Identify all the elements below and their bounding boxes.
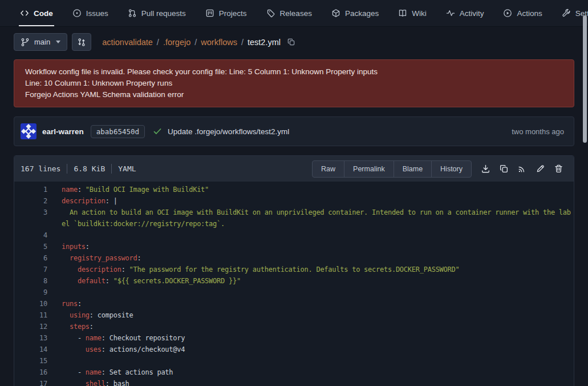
breadcrumb-item-actionvalidate[interactable]: actionvalidate [102, 38, 153, 47]
tab-releases[interactable]: Releases [265, 0, 313, 26]
releases-icon [266, 9, 275, 18]
line-number[interactable]: 15 [14, 355, 47, 367]
commit-message[interactable]: Update .forgejo/workflows/test2.yml [168, 127, 289, 136]
actions-icon [503, 9, 512, 18]
error-banner: Workflow config file is invalid. Please … [14, 59, 574, 107]
line-number[interactable]: 13 [14, 332, 47, 344]
code-text: registry_password: [47, 252, 141, 264]
code-text: description: "The password for the regis… [47, 264, 460, 275]
tab-label: Pull requests [141, 9, 186, 18]
code-line-8: 8 default: "${{ secrets.DOCKER_PASSWORD … [14, 275, 574, 287]
wiki-icon [398, 9, 407, 18]
line-number[interactable]: 9 [14, 287, 47, 298]
line-number[interactable]: 17 [14, 378, 47, 386]
line-number[interactable]: 11 [14, 309, 47, 321]
activity-icon [446, 9, 455, 18]
code-line-16: 16 - name: Set actions path [14, 367, 574, 378]
commit-box: earl-warren abab65450d Update .forgejo/w… [14, 116, 574, 146]
line-number[interactable]: 1 [14, 184, 47, 195]
file-meta: 167 lines 6.8 KiB YAML [21, 164, 136, 174]
tab-activity[interactable]: Activity [445, 0, 485, 26]
download-button[interactable] [476, 160, 494, 178]
commit-author[interactable]: earl-warren [42, 127, 84, 136]
code-line-5: 5inputs: [14, 241, 574, 252]
tab-wiki[interactable]: Wiki [397, 0, 428, 26]
line-number[interactable]: 4 [14, 230, 47, 241]
rss-icon [517, 164, 527, 174]
line-number[interactable] [14, 218, 47, 230]
tab-actions[interactable]: Actions [502, 0, 543, 26]
line-number[interactable]: 6 [14, 252, 47, 264]
projects-icon [205, 9, 214, 18]
line-number[interactable]: 16 [14, 367, 47, 378]
breadcrumb-item--forgejo[interactable]: .forgejo [163, 38, 190, 47]
chevron-down-icon [56, 41, 60, 43]
code-line-11: 11 using: composite [14, 309, 574, 321]
copy-path-button[interactable] [287, 38, 295, 46]
compare-button[interactable] [72, 33, 91, 51]
breadcrumb-item-test2-yml: test2.yml [248, 38, 281, 47]
tab-projects[interactable]: Projects [204, 0, 248, 26]
code-line-3: 3 An action to build an OCI image with B… [14, 207, 574, 218]
line-number[interactable]: 14 [14, 344, 47, 355]
history-button[interactable]: History [431, 160, 472, 178]
code-line-4: 4 [14, 230, 574, 241]
file-view-buttons: RawPermalinkBlameHistory [312, 160, 472, 178]
code-line-9: 9 [14, 287, 574, 298]
code-line-1: 1name: "Build OCI Image with BuildKit" [14, 184, 574, 195]
line-number[interactable]: 12 [14, 321, 47, 332]
tab-label: Actions [517, 9, 542, 18]
breadcrumb-item-workflows[interactable]: workflows [201, 38, 237, 47]
file-header: 167 lines 6.8 KiB YAML RawPermalinkBlame… [14, 156, 574, 182]
avatar[interactable] [21, 123, 37, 139]
line-number[interactable]: 5 [14, 241, 47, 252]
issues-icon [72, 9, 82, 18]
file-toolbar: main actionvalidate/.forgejo/workflows/t… [14, 33, 574, 51]
delete-icon [554, 164, 563, 174]
line-number[interactable]: 8 [14, 275, 47, 287]
tab-label: Projects [219, 9, 247, 18]
code-text [47, 287, 62, 298]
rss-button[interactable] [513, 160, 531, 178]
line-number[interactable]: 10 [14, 298, 47, 309]
copy-button[interactable] [494, 160, 513, 178]
line-number[interactable]: 7 [14, 264, 47, 275]
tab-packages[interactable]: Packages [330, 0, 380, 26]
tab-label: Releases [280, 9, 312, 18]
tab-label: Code [34, 9, 53, 18]
breadcrumb: actionvalidate/.forgejo/workflows/test2.… [102, 38, 295, 47]
commit-hash-badge[interactable]: abab65450d [91, 125, 145, 138]
code-text: el `buildkit:docker://registry/repo:tag`… [47, 218, 225, 230]
tab-issues[interactable]: Issues [71, 0, 110, 26]
packages-icon [331, 9, 340, 18]
copy-icon [499, 164, 509, 174]
code-text: inputs: [47, 241, 90, 252]
error-line: Workflow config file is invalid. Please … [25, 66, 563, 78]
code-text: steps: [47, 321, 94, 332]
file-view: 167 lines 6.8 KiB YAML RawPermalinkBlame… [14, 155, 574, 386]
check-icon [153, 127, 162, 136]
line-number[interactable]: 3 [14, 207, 47, 218]
scrollbar-thumb[interactable] [583, 15, 587, 143]
delete-button[interactable] [549, 160, 567, 178]
code-line-3-wrap: el `buildkit:docker://registry/repo:tag`… [14, 218, 574, 230]
tab-label: Activity [460, 9, 484, 18]
edit-button[interactable] [531, 160, 549, 178]
line-number[interactable]: 2 [14, 195, 47, 207]
code-text: uses: actions/checkout@v4 [47, 344, 185, 355]
commit-age: two months ago [512, 127, 567, 136]
divider [67, 164, 67, 174]
tab-pull-requests[interactable]: Pull requests [127, 0, 187, 26]
file-action-icons [476, 160, 567, 178]
blame-button[interactable]: Blame [394, 160, 432, 178]
branch-selector[interactable]: main [14, 33, 67, 51]
code-text: name: "Build OCI Image with BuildKit" [47, 184, 209, 195]
code-icon [20, 9, 29, 18]
file-language: YAML [118, 164, 136, 173]
download-icon [481, 164, 490, 174]
tab-code[interactable]: Code [19, 0, 54, 26]
permalink-button[interactable]: Permalink [344, 160, 394, 178]
code-text: runs: [47, 298, 82, 309]
raw-button[interactable]: Raw [312, 160, 344, 178]
breadcrumb-separator: / [241, 38, 244, 47]
